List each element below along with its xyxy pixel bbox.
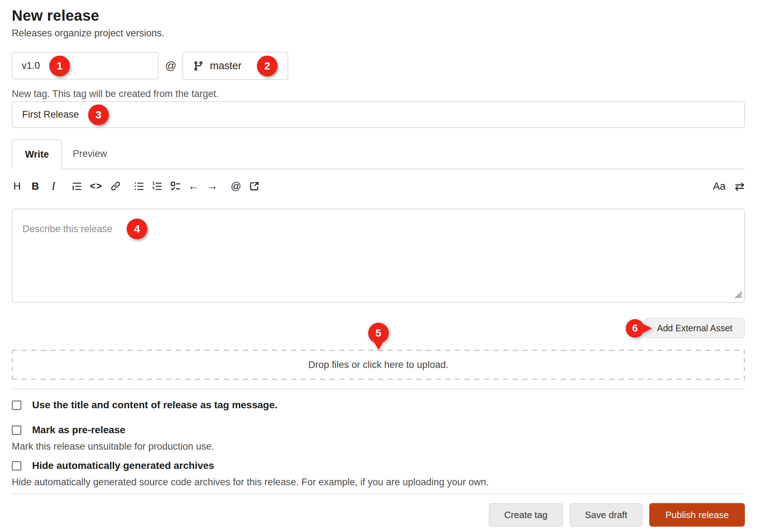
- prerelease-label[interactable]: Mark as pre-release: [32, 424, 126, 436]
- dropzone-text: Drop files or click here to upload.: [308, 359, 448, 370]
- tab-preview[interactable]: Preview: [62, 139, 118, 169]
- create-tag-button[interactable]: Create tag: [489, 503, 563, 527]
- page-title: New release: [12, 7, 745, 24]
- tag-message-label[interactable]: Use the title and content of release as …: [32, 399, 278, 411]
- at-separator: @: [165, 60, 176, 72]
- mention-icon[interactable]: @: [231, 180, 242, 193]
- unordered-list-icon[interactable]: [134, 180, 144, 193]
- attachments-section: 6 Add External Asset 5 Drop files or cli…: [12, 318, 745, 380]
- git-branch-icon: [193, 61, 204, 71]
- prerelease-description: Mark this release unsuitable for product…: [12, 441, 745, 452]
- tag-name-input[interactable]: v1.0 1: [12, 52, 159, 80]
- monospace-toggle-icon[interactable]: Aa: [713, 180, 726, 193]
- option-tag-message: Use the title and content of release as …: [12, 399, 745, 411]
- markdown-toolbar: H B I <> ← → @: [12, 177, 745, 195]
- ordered-list-icon[interactable]: [152, 180, 163, 193]
- release-description-textarea[interactable]: Describe this release 4: [12, 209, 745, 303]
- annotation-marker-2: 2: [257, 56, 278, 76]
- publish-release-button[interactable]: Publish release: [649, 503, 745, 527]
- option-hide-archives: Hide automatically generated archives: [12, 460, 745, 471]
- hide-archives-description: Hide automatically generated source code…: [12, 477, 745, 488]
- redo-icon[interactable]: →: [207, 180, 218, 193]
- bold-icon[interactable]: B: [30, 180, 41, 193]
- tag-helper-text: New tag. This tag will be created from t…: [12, 88, 745, 99]
- reference-icon[interactable]: [249, 180, 260, 193]
- task-list-icon[interactable]: [170, 180, 181, 193]
- italic-icon[interactable]: I: [48, 180, 59, 193]
- editor-tab-bar: Write Preview: [12, 139, 745, 169]
- add-external-asset-button[interactable]: Add External Asset: [645, 318, 745, 338]
- new-release-page: New release Releases organize project ve…: [0, 0, 757, 527]
- heading-icon[interactable]: H: [12, 180, 22, 193]
- annotation-marker-1: 1: [49, 56, 70, 76]
- tag-target-row: v1.0 1 @ master 2: [12, 52, 745, 80]
- footer-actions: Create tag Save draft Publish release: [12, 503, 745, 527]
- toolbar-right-group: Aa ⇄: [713, 180, 745, 193]
- editor-switch-icon[interactable]: ⇄: [734, 180, 745, 193]
- option-prerelease: Mark as pre-release: [12, 424, 745, 436]
- footer-divider: [12, 493, 745, 495]
- section-divider: [12, 388, 745, 389]
- release-title-value: First Release: [22, 109, 79, 120]
- save-draft-button[interactable]: Save draft: [570, 503, 643, 527]
- textarea-resize-handle[interactable]: [732, 289, 742, 300]
- prerelease-checkbox[interactable]: [12, 425, 21, 435]
- hide-archives-label[interactable]: Hide automatically generated archives: [32, 460, 214, 471]
- annotation-marker-4: 4: [127, 219, 147, 239]
- tag-name-value: v1.0: [22, 60, 40, 71]
- file-dropzone[interactable]: Drop files or click here to upload.: [12, 350, 745, 380]
- quote-icon[interactable]: [72, 180, 82, 193]
- code-icon[interactable]: <>: [90, 180, 103, 193]
- target-branch-dropdown[interactable]: master 2: [182, 52, 288, 80]
- description-placeholder: Describe this release: [22, 219, 112, 239]
- annotation-marker-5: 5: [368, 323, 389, 343]
- target-branch-label: master: [210, 60, 242, 72]
- annotation-marker-6: 6: [626, 319, 644, 338]
- link-icon[interactable]: [110, 180, 121, 193]
- page-subtitle: Releases organize project versions.: [12, 28, 745, 39]
- annotation-marker-3: 3: [88, 104, 109, 125]
- undo-icon[interactable]: ←: [188, 180, 199, 193]
- tab-write[interactable]: Write: [12, 139, 62, 169]
- release-title-input[interactable]: First Release 3: [12, 101, 745, 128]
- tag-message-checkbox[interactable]: [12, 400, 21, 410]
- hide-archives-checkbox[interactable]: [12, 461, 21, 471]
